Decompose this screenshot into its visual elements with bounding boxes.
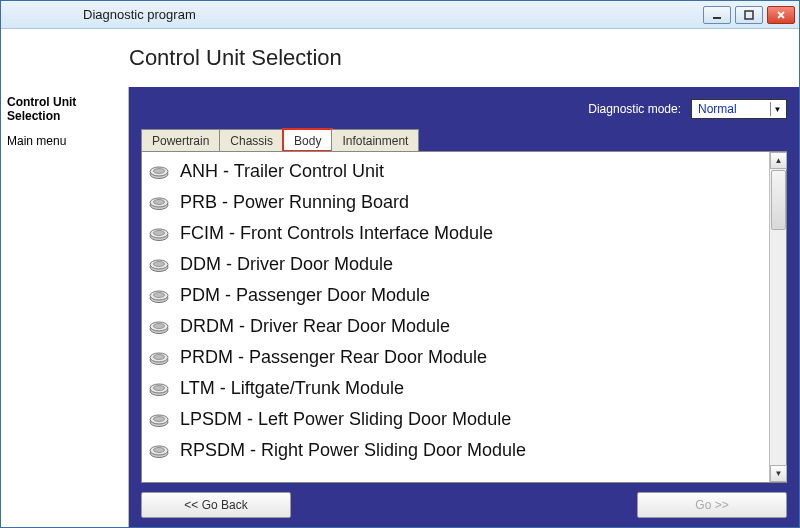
scroll-up-button[interactable]: ▲: [770, 152, 787, 169]
tab-chassis[interactable]: Chassis: [219, 129, 284, 151]
ecu-icon: [148, 412, 170, 428]
diagnostic-mode-select[interactable]: Normal ▼: [691, 99, 787, 119]
go-button[interactable]: Go >>: [637, 492, 787, 518]
control-unit-list: ANH - Trailer Control UnitPRB - Power Ru…: [142, 152, 769, 482]
control-unit-listbox: ANH - Trailer Control UnitPRB - Power Ru…: [141, 151, 787, 483]
list-item[interactable]: PDM - Passenger Door Module: [142, 280, 769, 311]
list-item-label: PRB - Power Running Board: [180, 192, 409, 213]
list-item[interactable]: PRDM - Passenger Rear Door Module: [142, 342, 769, 373]
list-item[interactable]: LTM - Liftgate/Trunk Module: [142, 373, 769, 404]
diagnostic-mode-value: Normal: [698, 102, 737, 116]
tab-body[interactable]: Body: [283, 129, 332, 151]
ecu-icon: [148, 226, 170, 242]
sidebar-item-main-menu[interactable]: Main menu: [7, 134, 122, 148]
minimize-icon: [712, 10, 722, 20]
ecu-icon: [148, 381, 170, 397]
ecu-icon: [148, 443, 170, 459]
list-item[interactable]: ANH - Trailer Control Unit: [142, 156, 769, 187]
scroll-down-button[interactable]: ▼: [770, 465, 787, 482]
list-item[interactable]: DDM - Driver Door Module: [142, 249, 769, 280]
ecu-icon: [148, 288, 170, 304]
svg-point-31: [154, 447, 165, 452]
svg-rect-1: [745, 11, 753, 19]
svg-point-22: [154, 354, 165, 359]
ecu-icon: [148, 350, 170, 366]
list-item-label: ANH - Trailer Control Unit: [180, 161, 384, 182]
svg-point-19: [154, 323, 165, 328]
list-item[interactable]: LPSDM - Left Power Sliding Door Module: [142, 404, 769, 435]
list-item-label: PRDM - Passenger Rear Door Module: [180, 347, 487, 368]
scroll-thumb[interactable]: [771, 170, 786, 230]
svg-point-7: [154, 199, 165, 204]
tab-infotainment[interactable]: Infotainment: [331, 129, 419, 151]
svg-point-16: [154, 292, 165, 297]
svg-point-28: [154, 416, 165, 421]
minimize-button[interactable]: [703, 6, 731, 24]
body: Control Unit Selection Main menu Diagnos…: [1, 87, 799, 527]
svg-point-13: [154, 261, 165, 266]
window-buttons: [703, 6, 795, 24]
list-item[interactable]: FCIM - Front Controls Interface Module: [142, 218, 769, 249]
diagnostic-mode-row: Diagnostic mode: Normal ▼: [141, 97, 787, 121]
go-back-button[interactable]: << Go Back: [141, 492, 291, 518]
svg-point-25: [154, 385, 165, 390]
list-item-label: DRDM - Driver Rear Door Module: [180, 316, 450, 337]
maximize-icon: [744, 10, 754, 20]
maximize-button[interactable]: [735, 6, 763, 24]
list-item[interactable]: DRDM - Driver Rear Door Module: [142, 311, 769, 342]
window-title: Diagnostic program: [11, 7, 703, 22]
tab-powertrain[interactable]: Powertrain: [141, 129, 220, 151]
chevron-down-icon: ▼: [770, 102, 784, 116]
diagnostic-mode-label: Diagnostic mode:: [588, 102, 681, 116]
tab-strip: Powertrain Chassis Body Infotainment: [141, 127, 787, 151]
sidebar-title: Control Unit Selection: [7, 95, 122, 124]
svg-point-4: [154, 168, 165, 173]
ecu-icon: [148, 257, 170, 273]
list-item[interactable]: RPSDM - Right Power Sliding Door Module: [142, 435, 769, 466]
list-item-label: LPSDM - Left Power Sliding Door Module: [180, 409, 511, 430]
list-item-label: DDM - Driver Door Module: [180, 254, 393, 275]
ecu-icon: [148, 195, 170, 211]
list-item[interactable]: PRB - Power Running Board: [142, 187, 769, 218]
close-icon: [776, 10, 786, 20]
app-window: Diagnostic program Control Unit Selectio…: [0, 0, 800, 528]
svg-point-10: [154, 230, 165, 235]
main-panel: Diagnostic mode: Normal ▼ Powertrain Cha…: [129, 87, 799, 527]
scrollbar: ▲ ▼: [769, 152, 786, 482]
page-title: Control Unit Selection: [129, 45, 342, 71]
list-item-label: LTM - Liftgate/Trunk Module: [180, 378, 404, 399]
ecu-icon: [148, 164, 170, 180]
header: Control Unit Selection: [1, 29, 799, 87]
close-button[interactable]: [767, 6, 795, 24]
sidebar: Control Unit Selection Main menu: [1, 87, 129, 527]
footer: << Go Back Go >>: [141, 483, 787, 519]
svg-rect-0: [713, 17, 721, 19]
list-item-label: FCIM - Front Controls Interface Module: [180, 223, 493, 244]
titlebar: Diagnostic program: [1, 1, 799, 29]
list-item-label: PDM - Passenger Door Module: [180, 285, 430, 306]
ecu-icon: [148, 319, 170, 335]
list-item-label: RPSDM - Right Power Sliding Door Module: [180, 440, 526, 461]
